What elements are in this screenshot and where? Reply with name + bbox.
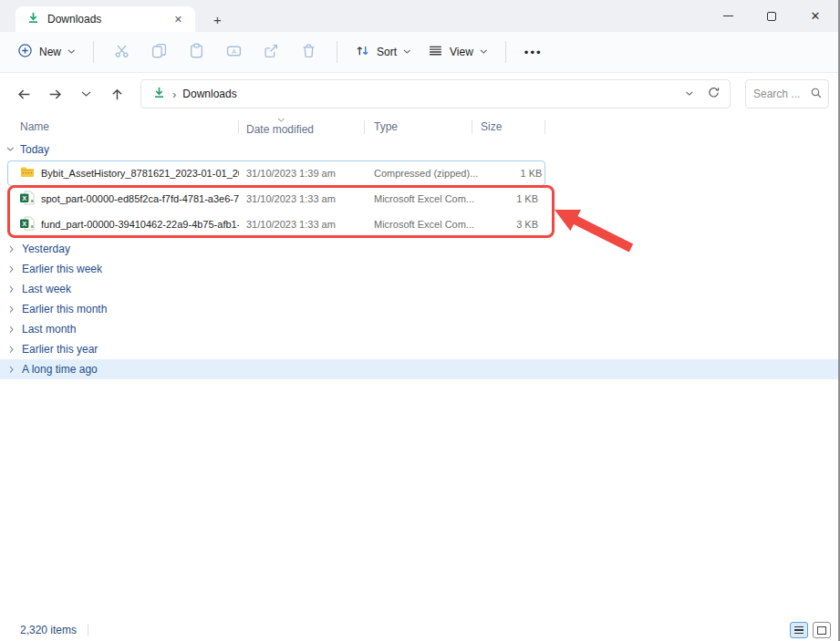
download-icon (26, 11, 40, 27)
view-toggles (790, 622, 831, 638)
collapsed-groups: Yesterday Earlier this week Last week Ea… (0, 239, 838, 379)
file-name: Bybit_AssetHistory_8781621_2023-01-01_20… (41, 168, 239, 179)
chevron-collapsed-icon (7, 305, 16, 314)
view-lines-icon (428, 43, 443, 61)
minimize-button[interactable] (718, 6, 738, 26)
file-size: 3 KB (474, 219, 540, 230)
file-explorer-window: Downloads ✕ + ✕ New (0, 0, 840, 641)
details-view-button[interactable] (790, 622, 808, 638)
close-icon: ✕ (811, 10, 821, 22)
toolbar-separator (93, 41, 94, 63)
chevron-collapsed-icon (7, 326, 16, 334)
group-header-last-month[interactable]: Last month (0, 319, 838, 339)
search-box[interactable] (745, 79, 829, 109)
back-button[interactable] (11, 81, 36, 107)
file-list-area: Name Date modified Type Size Today (0, 115, 838, 619)
large-thumbnails-view-button[interactable] (813, 622, 831, 638)
group-header-earlier-this-week[interactable]: Earlier this week (0, 259, 838, 279)
group-header-earlier-this-month[interactable]: Earlier this month (0, 299, 838, 319)
sort-button[interactable]: Sort (347, 37, 420, 67)
tab-downloads[interactable]: Downloads ✕ (16, 6, 195, 32)
command-toolbar: New A (0, 32, 838, 73)
maximize-icon (767, 12, 776, 21)
search-input[interactable] (753, 88, 806, 100)
forward-button[interactable] (42, 81, 67, 107)
group-header-earlier-this-year[interactable]: Earlier this year (0, 339, 838, 359)
svg-text:X: X (22, 193, 26, 202)
rename-button[interactable]: A (215, 37, 253, 67)
trash-icon (301, 43, 316, 61)
window-controls: ✕ (718, 0, 825, 32)
group-label: Earlier this month (22, 303, 107, 315)
file-row-spot-csv[interactable]: aX spot_part-00000-ed85f2ca-f7fd-4781-a3… (7, 186, 545, 212)
column-header-date-label: Date modified (246, 123, 314, 136)
search-icon (810, 87, 823, 102)
chevron-down-icon (403, 49, 411, 55)
excel-file-icon: aX (20, 216, 35, 233)
download-icon (152, 86, 166, 102)
plus-circle-icon (17, 43, 33, 61)
file-type: Microsoft Excel Com... (365, 219, 474, 230)
column-header-size[interactable]: Size (472, 115, 545, 139)
items-count: 2,320 items (20, 624, 77, 636)
copy-button[interactable] (140, 37, 178, 67)
breadcrumb-downloads[interactable]: Downloads (182, 88, 236, 100)
group-label: A long time ago (22, 363, 98, 376)
share-icon (264, 43, 279, 61)
column-header-size-label: Size (481, 120, 502, 133)
recent-locations-button[interactable] (73, 81, 99, 107)
view-button[interactable]: View (420, 37, 496, 67)
toolbar-separator (505, 41, 506, 63)
column-header-name[interactable]: Name (7, 115, 239, 139)
close-button[interactable]: ✕ (805, 6, 825, 26)
address-dropdown-icon[interactable] (685, 91, 694, 97)
group-label: Last month (22, 323, 76, 336)
new-tab-button[interactable]: + (208, 12, 227, 27)
address-bar[interactable]: › Downloads (140, 79, 731, 109)
group-label: Yesterday (22, 243, 70, 255)
group-header-today[interactable]: Today (0, 139, 838, 160)
toolbar-separator (337, 41, 337, 63)
group-header-yesterday[interactable]: Yesterday (0, 239, 838, 259)
paste-button[interactable] (178, 37, 215, 67)
thumbnails-view-icon (817, 626, 826, 635)
delete-button[interactable] (290, 37, 327, 67)
scissors-icon (114, 43, 130, 61)
refresh-icon[interactable] (707, 86, 721, 102)
cut-button[interactable] (103, 37, 140, 67)
sort-button-label: Sort (377, 46, 397, 58)
tab-close-icon[interactable]: ✕ (171, 13, 186, 26)
titlebar: Downloads ✕ + ✕ (0, 0, 838, 32)
breadcrumb-separator: › (172, 88, 176, 101)
status-separator (88, 624, 88, 636)
group-label: Earlier this year (22, 343, 98, 356)
svg-text:A: A (232, 47, 236, 56)
up-button[interactable] (104, 81, 130, 107)
sort-arrows-icon (355, 43, 370, 61)
share-button[interactable] (253, 37, 290, 67)
file-date: 31/10/2023 1:33 am (239, 219, 365, 230)
chevron-collapsed-icon (7, 285, 16, 294)
file-type: Compressed (zipped)... (365, 168, 478, 179)
file-row-fund-csv[interactable]: aX fund_part-00000-39410462-22a9-4b75-af… (7, 212, 545, 237)
group-label: Earlier this week (22, 263, 102, 275)
column-header-name-label: Name (20, 120, 49, 133)
new-button[interactable]: New (9, 37, 84, 67)
file-name: spot_part-00000-ed85f2ca-f7fd-4781-a3e6-… (41, 193, 239, 204)
chevron-down-icon (480, 49, 488, 55)
chevron-collapsed-icon (7, 366, 16, 374)
chevron-collapsed-icon (7, 265, 16, 274)
column-header-date-modified[interactable]: Date modified (239, 115, 365, 139)
column-header-type[interactable]: Type (365, 115, 472, 139)
file-date: 31/10/2023 1:33 am (239, 193, 365, 204)
group-header-last-week[interactable]: Last week (0, 279, 838, 299)
file-type: Microsoft Excel Com... (365, 193, 474, 204)
file-row-zip[interactable]: Bybit_AssetHistory_8781621_2023-01-01_20… (7, 160, 545, 186)
clipboard-icon (189, 43, 204, 61)
more-options-button[interactable]: ••• (515, 46, 552, 59)
copy-icon (151, 43, 167, 61)
group-header-a-long-time-ago[interactable]: A long time ago (0, 359, 838, 379)
maximize-button[interactable] (762, 6, 782, 26)
chevron-collapsed-icon (7, 346, 16, 354)
chevron-down-icon (67, 49, 76, 55)
